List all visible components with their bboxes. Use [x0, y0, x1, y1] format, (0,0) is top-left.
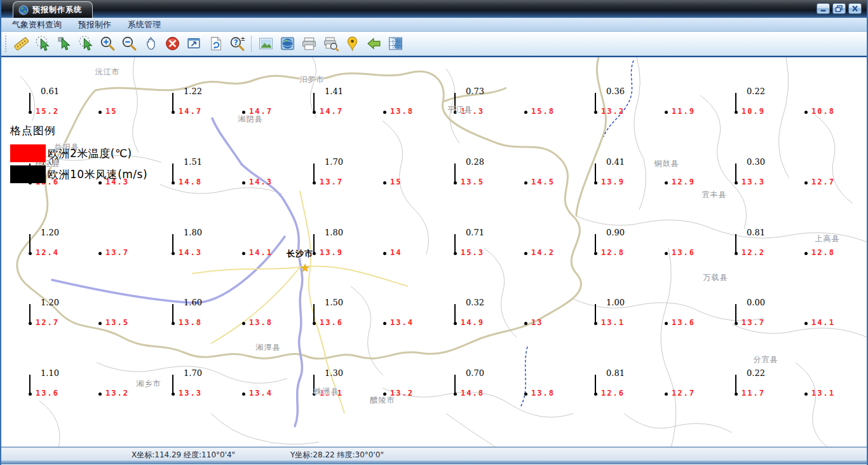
temperature-value: 13.2	[105, 389, 129, 398]
magnifier-question-icon: ?±	[229, 36, 245, 52]
locate-pin-tool[interactable]	[341, 34, 363, 54]
restore-button[interactable]	[832, 3, 846, 14]
print-preview-tool[interactable]	[320, 34, 341, 54]
temperature-value: 13.9	[320, 248, 343, 257]
wind-barb	[595, 234, 596, 253]
print-tool[interactable]	[298, 34, 320, 54]
grid-dot	[98, 322, 102, 325]
status-x-coordinate: X坐标:114.29 经度:110°0'4"	[132, 450, 235, 461]
grid-dot	[524, 181, 527, 184]
select-by-circle-tool[interactable]	[32, 34, 53, 54]
wind-barb	[735, 234, 736, 253]
wind-speed-value: 0.81	[606, 368, 625, 378]
close-button[interactable]	[848, 3, 862, 14]
wind-barb	[454, 163, 456, 182]
wind-speed-value: 1.20	[41, 298, 59, 307]
wind-barb	[29, 304, 31, 323]
menu-item-2[interactable]: 预报制作	[70, 18, 119, 31]
grid-dot	[804, 111, 808, 114]
temperature-value: 13.5	[461, 177, 484, 186]
wind-speed-value: 0.70	[466, 368, 484, 378]
grid-dot	[804, 252, 808, 255]
wind-barb	[454, 375, 456, 393]
temperature-value: 13.8	[249, 318, 273, 327]
wind-speed-value: 1.41	[325, 87, 343, 96]
temperature-value: 15	[390, 177, 402, 186]
hand-icon	[143, 36, 159, 52]
wind-speed-value: 1.70	[325, 157, 343, 167]
menu-item-1[interactable]: 气象资料查询	[4, 18, 70, 31]
grid-dot	[804, 392, 808, 396]
grid-dot	[665, 322, 668, 325]
wind-speed-value: 0.32	[466, 298, 484, 307]
wind-barb	[735, 304, 736, 323]
measure-tool[interactable]	[10, 34, 32, 54]
app-title-tab: 预报制作系统	[13, 1, 93, 18]
county-label: 宜丰县	[702, 190, 727, 200]
basemap-tool[interactable]	[276, 34, 298, 54]
minimize-button[interactable]	[817, 3, 830, 14]
temperature-value: 13	[531, 318, 543, 327]
grid-dot	[242, 252, 245, 255]
legend-swatch-red	[10, 144, 46, 162]
cursor-box-icon	[57, 36, 72, 52]
full-extent-tool[interactable]	[183, 34, 205, 54]
picture-icon	[258, 36, 274, 52]
temperature-value: 14.8	[461, 389, 484, 398]
image-export-tool[interactable]	[255, 34, 276, 54]
wind-speed-value: 1.20	[41, 228, 59, 237]
temperature-value: 12.8	[601, 248, 625, 257]
ruler-icon	[13, 36, 29, 52]
temperature-value: 13.5	[105, 318, 129, 327]
wind-speed-value: 0.30	[747, 157, 765, 167]
wind-barb	[595, 163, 596, 182]
magnifier-minus-icon	[121, 36, 137, 52]
back-tool[interactable]	[363, 34, 384, 54]
toolbar-grip[interactable]	[4, 35, 8, 53]
wind-speed-value: 1.70	[184, 368, 202, 378]
temperature-value: 13.6	[672, 248, 695, 257]
refresh-tool[interactable]	[205, 34, 226, 54]
temperature-value: 15.2	[36, 107, 59, 116]
temperature-value: 13.6	[36, 389, 59, 398]
wind-barb	[454, 304, 456, 323]
wind-speed-value: 0.41	[606, 157, 625, 167]
query-zoom-tool[interactable]: ?±	[226, 34, 248, 54]
temperature-value: 12.7	[811, 177, 835, 186]
map-canvas[interactable]: 格点图例 欧洲2米温度(℃) 欧洲10米风速(m/s) 15.20.611514…	[1, 56, 867, 447]
grid-dot	[524, 322, 527, 325]
temperature-value: 14.5	[531, 177, 555, 186]
pan-tool[interactable]	[140, 34, 161, 54]
temperature-value: 14	[390, 248, 402, 257]
wind-speed-value: 1.60	[184, 298, 202, 307]
temperature-value: 12.6	[601, 389, 625, 398]
grid-dot	[383, 181, 386, 184]
lasso-select-tool[interactable]	[75, 34, 97, 54]
select-elements-tool[interactable]	[53, 34, 75, 54]
wind-barb	[29, 93, 31, 111]
county-label: 湘乡市	[137, 378, 161, 389]
temperature-value: 15.3	[461, 248, 484, 257]
svg-text:±: ±	[240, 36, 245, 42]
grid-dot	[242, 392, 245, 396]
cancel-tool[interactable]	[161, 34, 183, 54]
legend-swatch-black	[10, 165, 46, 183]
toolbar: ?±	[1, 32, 867, 56]
app-window: 预报制作系统 气象资料查询预报制作系统管理 ?±	[0, 0, 868, 465]
red-cross-icon	[165, 36, 180, 52]
wind-speed-value: 0.00	[747, 298, 765, 307]
grid-dot	[242, 322, 245, 325]
wind-speed-value: 0.61	[41, 87, 59, 96]
grid-dot	[383, 322, 386, 325]
zoom-in-tool[interactable]	[97, 34, 118, 54]
menu-item-3[interactable]: 系统管理	[119, 18, 169, 31]
temperature-value: 13.3	[179, 389, 202, 398]
zoom-out-tool[interactable]	[118, 34, 140, 54]
wind-barb	[595, 375, 596, 393]
wind-barb	[595, 93, 596, 111]
temperature-value: 14.7	[179, 107, 202, 116]
temperature-value: 13.8	[390, 107, 414, 116]
grid-dot	[665, 111, 668, 114]
wind-barb	[172, 163, 173, 182]
grid-select-tool[interactable]	[384, 34, 406, 54]
